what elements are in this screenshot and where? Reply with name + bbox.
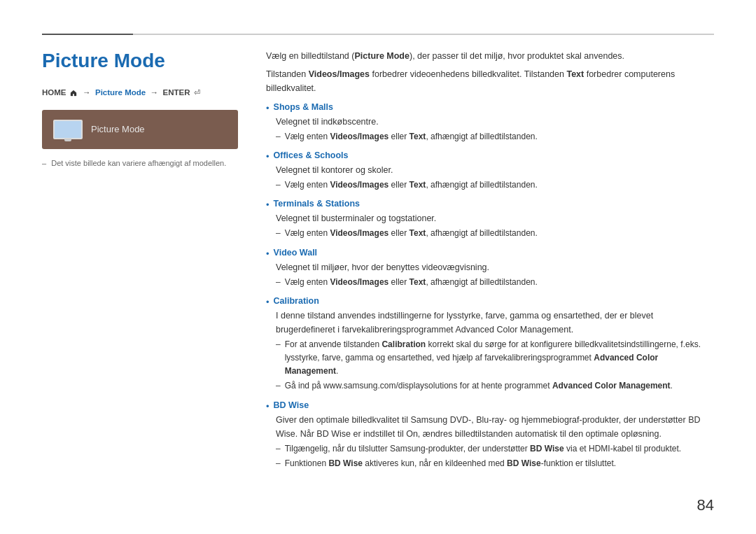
shops-malls-desc: Velegnet til indkøbscentre. (276, 117, 379, 127)
offices-schools-dash: – (276, 178, 281, 192)
top-line-accent (42, 34, 133, 35)
calibration-sub1: – For at anvende tilstanden Calibration … (276, 338, 714, 379)
section-calibration-title: Calibration (274, 296, 319, 306)
section-video-wall-title: Video Wall (274, 248, 318, 258)
nav-picture-mode: Picture Mode (95, 88, 146, 97)
intro-line2: Tilstanden Videos/Images forbedrer video… (266, 67, 714, 95)
bd-wise-sub1: – Tilgængelig, når du tilslutter Samsung… (276, 442, 714, 456)
top-line-full (42, 34, 714, 35)
section-shops-malls-header: • Shops & Malls (266, 102, 714, 113)
section-terminals-stations-header: • Terminals & Stations (266, 199, 714, 210)
terminals-stations-sub-text: Vælg enten Videos/Images eller Text, afh… (285, 227, 538, 240)
section-shops-malls-body: Velegnet til indkøbscentre. – Vælg enten… (266, 115, 714, 143)
note-body: Det viste billede kan variere afhængigt … (51, 159, 226, 167)
video-wall-sub-text: Vælg enten Videos/Images eller Text, afh… (285, 276, 538, 289)
nav-home: HOME (42, 88, 66, 97)
home-icon (70, 90, 77, 97)
nav-enter: ENTER (162, 88, 190, 97)
section-shops-malls: • Shops & Malls Velegnet til indkøbscent… (266, 102, 714, 143)
section-bd-wise-title: BD Wise (274, 400, 309, 410)
bd-wise-sub2: – Funktionen BD Wise aktiveres kun, når … (276, 457, 714, 470)
bd-wise-sub-text1: Tilgængelig, når du tilslutter Samsung-p… (285, 442, 681, 456)
bullet-terminals-stations: • (266, 199, 270, 210)
shops-malls-dash: – (276, 130, 281, 143)
terminals-stations-sub1: – Vælg enten Videos/Images eller Text, a… (276, 227, 714, 240)
bullet-video-wall: • (266, 248, 270, 259)
section-video-wall: • Video Wall Velegnet til miljøer, hvor … (266, 248, 714, 289)
calibration-dash1: – (276, 338, 281, 351)
calibration-sub-text2: Gå ind på www.samsung.com/displaysolutio… (285, 379, 673, 393)
left-column: Picture Mode HOME → Picture Mode → ENTER… (42, 49, 238, 167)
picture-mode-screen-icon (53, 120, 83, 139)
shops-malls-sub1: – Vælg enten Videos/Images eller Text, a… (276, 130, 714, 143)
section-bd-wise: • BD Wise Giver den optimale billedkvali… (266, 400, 714, 470)
section-video-wall-body: Velegnet til miljøer, hvor der benyttes … (266, 260, 714, 289)
picture-mode-box: Picture Mode (42, 110, 238, 149)
section-calibration-body: I denne tilstand anvendes indstillingern… (266, 309, 714, 393)
calibration-desc: I denne tilstand anvendes indstillingern… (276, 311, 653, 335)
bullet-offices-schools: • (266, 151, 270, 162)
page-number: 84 (697, 496, 714, 514)
bullet-calibration: • (266, 297, 270, 307)
video-wall-sub1: – Vælg enten Videos/Images eller Text, a… (276, 276, 714, 289)
bd-wise-dash1: – (276, 442, 281, 456)
nav-arrow2: → (150, 88, 159, 97)
section-list: • Shops & Malls Velegnet til indkøbscent… (266, 102, 714, 470)
section-shops-malls-title: Shops & Malls (274, 102, 333, 112)
offices-schools-sub-text: Vælg enten Videos/Images eller Text, afh… (285, 178, 538, 192)
calibration-sub2: – Gå ind på www.samsung.com/displaysolut… (276, 379, 714, 393)
section-terminals-stations-body: Velegnet til busterminaler og togstation… (266, 211, 714, 240)
section-video-wall-header: • Video Wall (266, 248, 714, 259)
picture-mode-box-label: Picture Mode (91, 124, 145, 134)
right-column: Vælg en billedtilstand (Picture Mode), d… (266, 49, 714, 477)
section-bd-wise-header: • BD Wise (266, 400, 714, 412)
note-text: – Det viste billede kan variere afhængig… (42, 159, 238, 167)
section-terminals-stations-title: Terminals & Stations (274, 199, 360, 209)
bd-wise-dash2: – (276, 457, 281, 470)
page-title: Picture Mode (42, 49, 238, 73)
section-offices-schools-body: Velegnet til kontorer og skoler. – Vælg … (266, 163, 714, 192)
offices-schools-desc: Velegnet til kontorer og skoler. (276, 165, 393, 175)
section-calibration-header: • Calibration (266, 296, 714, 307)
section-offices-schools-title: Offices & Schools (274, 150, 349, 160)
section-offices-schools-header: • Offices & Schools (266, 150, 714, 162)
bullet-shops-malls: • (266, 103, 270, 113)
section-offices-schools: • Offices & Schools Velegnet til kontore… (266, 150, 714, 192)
nav-arrow1: → (83, 88, 91, 97)
section-calibration: • Calibration I denne tilstand anvendes … (266, 296, 714, 393)
video-wall-desc: Velegnet til miljøer, hvor der benyttes … (276, 262, 489, 272)
nav-path: HOME → Picture Mode → ENTER ⏎ (42, 87, 238, 99)
intro-bold3: Text (566, 69, 584, 79)
video-wall-dash: – (276, 276, 281, 289)
section-terminals-stations: • Terminals & Stations Velegnet til bust… (266, 199, 714, 240)
bd-wise-desc: Giver den optimale billedkvalitet til Sa… (276, 415, 701, 439)
intro-bold1: Picture Mode (354, 51, 410, 61)
offices-schools-sub1: – Vælg enten Videos/Images eller Text, a… (276, 178, 714, 192)
calibration-dash2: – (276, 379, 281, 393)
section-bd-wise-body: Giver den optimale billedkvalitet til Sa… (266, 413, 714, 470)
terminals-stations-dash: – (276, 227, 281, 240)
terminals-stations-desc: Velegnet til busterminaler og togstation… (276, 213, 436, 223)
bullet-bd-wise: • (266, 401, 270, 412)
shops-malls-sub-text: Vælg enten Videos/Images eller Text, afh… (285, 130, 538, 143)
intro-line1: Vælg en billedtilstand (Picture Mode), d… (266, 49, 714, 63)
intro-bold2: Videos/Images (309, 69, 370, 79)
bd-wise-sub-text2: Funktionen BD Wise aktiveres kun, når en… (285, 457, 616, 470)
calibration-sub-text1: For at anvende tilstanden Calibration ko… (285, 338, 714, 379)
enter-icon: ⏎ (194, 88, 200, 97)
note-dash: – (42, 159, 46, 167)
